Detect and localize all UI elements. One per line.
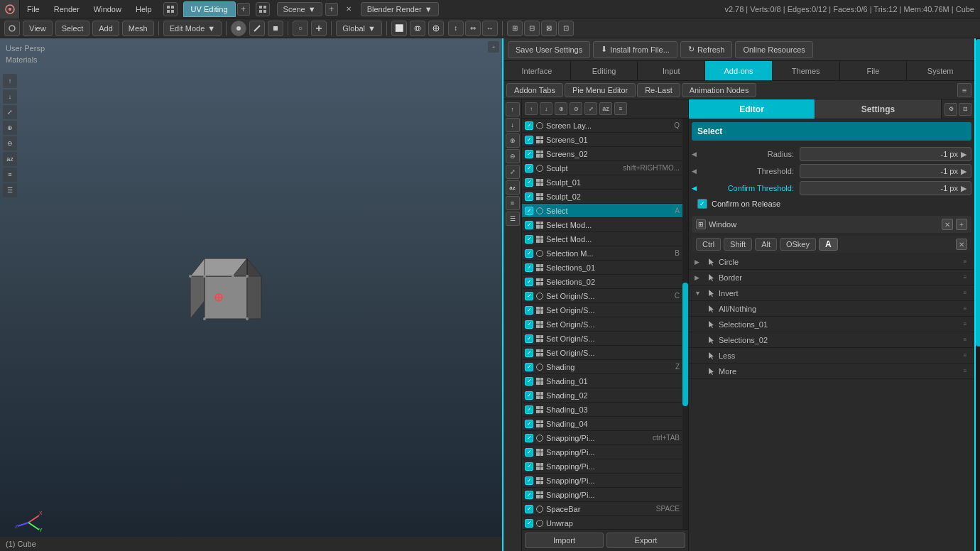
km-list-item-22[interactable]: Snapping/Pi...ctrl+TAB — [522, 431, 682, 445]
km-list-item-28[interactable]: Unwrap — [522, 516, 682, 529]
km-tb-btn-5[interactable]: ⤢ — [506, 165, 520, 179]
km-list-item-2[interactable]: Screens_02 — [522, 147, 682, 161]
km-threshold-value[interactable]: -1 px ▶ — [800, 164, 971, 178]
km-list-checkbox-5[interactable] — [525, 192, 533, 201]
view-icon1[interactable]: ↕ — [448, 21, 464, 36]
km-list-item-24[interactable]: Snapping/Pi... — [522, 459, 682, 474]
km-scrollbar[interactable] — [682, 119, 688, 529]
km-list-checkbox-19[interactable] — [525, 391, 533, 400]
tab-input[interactable]: Input — [638, 61, 705, 80]
view-icon2[interactable]: ⇔ — [465, 21, 481, 36]
view-icon3[interactable]: ↔ — [482, 21, 498, 36]
xray-btn[interactable]: ⬜ — [391, 21, 407, 36]
km-list-item-11[interactable]: Selections_02 — [522, 275, 682, 289]
view-icon5[interactable]: ⊟ — [524, 21, 540, 36]
online-resources-btn[interactable]: Online Resources — [735, 41, 812, 58]
km-list-checkbox-8[interactable] — [525, 235, 533, 244]
km-list-checkbox-13[interactable] — [525, 306, 533, 315]
km-sub-menu-0[interactable]: ≡ — [960, 257, 970, 267]
view-icon6[interactable]: ⊠ — [541, 21, 557, 36]
km-list-item-7[interactable]: Select Mod... — [522, 218, 682, 232]
tab-system[interactable]: System — [907, 61, 974, 80]
menu-file[interactable]: File — [20, 0, 47, 18]
km-list-item-16[interactable]: Set Origin/S... — [522, 346, 682, 360]
km-list-checkbox-21[interactable] — [525, 420, 533, 428]
km-list-icon-5[interactable]: ⤢ — [584, 102, 597, 115]
mesh-btn[interactable]: Mesh — [122, 21, 154, 36]
km-sub-item-3[interactable]: All/Nothing≡ — [689, 301, 974, 317]
km-settings-tab[interactable]: Settings — [815, 99, 942, 119]
vt-btn-2[interactable]: ↓ — [3, 89, 17, 104]
workspace-icon2[interactable] — [256, 2, 270, 16]
vt-btn-1[interactable]: ↑ — [3, 74, 17, 88]
km-window-add-btn[interactable]: + — [956, 219, 967, 230]
km-radius-arrow[interactable]: ◀ — [692, 151, 702, 158]
km-ctrl-btn[interactable]: Ctrl — [696, 238, 721, 251]
km-es-icon-1[interactable]: ⚙ — [944, 103, 957, 116]
km-window-icon[interactable]: ⊞ — [696, 219, 706, 229]
addon-tab-animation-nodes[interactable]: Animation Nodes — [682, 83, 757, 97]
km-list-item-0[interactable]: Screen Lay...Q — [522, 119, 682, 133]
km-sub-menu-5[interactable]: ≡ — [960, 335, 970, 345]
km-list-icon-3[interactable]: ⊕ — [555, 102, 567, 115]
km-list-checkbox-27[interactable] — [525, 505, 533, 513]
km-list-item-10[interactable]: Selections_01 — [522, 261, 682, 275]
vt-btn-7[interactable]: ≡ — [3, 168, 17, 182]
km-list-item-14[interactable]: Set Origin/S... — [522, 317, 682, 332]
km-tb-btn-3[interactable]: ⊕ — [506, 133, 520, 148]
km-confirm-release-checkbox[interactable] — [697, 199, 707, 209]
km-sub-menu-2[interactable]: ≡ — [960, 288, 970, 298]
km-list-item-3[interactable]: Sculptshift+RIGHTMO... — [522, 161, 682, 175]
km-list-checkbox-25[interactable] — [525, 476, 533, 485]
view-btn[interactable]: View — [23, 21, 53, 36]
km-list-checkbox-23[interactable] — [525, 448, 533, 457]
menu-help[interactable]: Help — [129, 0, 159, 18]
km-list-item-17[interactable]: ShadingZ — [522, 360, 682, 374]
km-sub-menu-3[interactable]: ≡ — [960, 304, 970, 314]
km-sub-menu-1[interactable]: ≡ — [960, 273, 970, 283]
km-list-item-1[interactable]: Screens_01 — [522, 133, 682, 147]
km-confirm-threshold-arrow[interactable]: ◀ — [692, 185, 702, 192]
km-tb-btn-4[interactable]: ⊖ — [506, 149, 520, 163]
menu-window[interactable]: Window — [87, 0, 129, 18]
km-list-checkbox-22[interactable] — [525, 434, 533, 442]
km-list-checkbox-14[interactable] — [525, 320, 533, 329]
km-list-item-8[interactable]: Select Mod... — [522, 232, 682, 246]
km-select-field[interactable]: Select — [692, 122, 971, 141]
km-list-checkbox-26[interactable] — [525, 491, 533, 499]
km-editor-tab[interactable]: Editor — [689, 99, 815, 119]
addon-tab-pie-menu[interactable]: Pie Menu Editor — [565, 83, 636, 97]
km-list-item-27[interactable]: SpaceBarSPACE — [522, 502, 682, 516]
show-gizmo-btn[interactable] — [428, 21, 444, 36]
km-sub-menu-7[interactable]: ≡ — [960, 366, 970, 376]
km-radius-value[interactable]: -1 px ▶ — [800, 147, 971, 161]
addon-tabs-menu-btn[interactable]: ≡ — [957, 83, 971, 97]
workspace-icon-btn[interactable] — [163, 2, 178, 16]
km-list-checkbox-15[interactable] — [525, 334, 533, 343]
km-sub-item-5[interactable]: Selections_02≡ — [689, 332, 974, 348]
import-btn[interactable]: Import — [525, 533, 604, 548]
km-list-checkbox-0[interactable] — [525, 121, 533, 130]
km-list-item-20[interactable]: Shading_03 — [522, 403, 682, 417]
snap-btn[interactable] — [311, 21, 327, 36]
km-sub-item-6[interactable]: Less≡ — [689, 348, 974, 364]
km-list-checkbox-24[interactable] — [525, 462, 533, 471]
km-list-checkbox-6[interactable] — [525, 207, 533, 215]
km-list-checkbox-2[interactable] — [525, 150, 533, 158]
km-list-checkbox-11[interactable] — [525, 278, 533, 286]
km-window-close-btn[interactable]: ✕ — [942, 219, 953, 230]
km-list-az[interactable]: az — [599, 102, 612, 115]
km-list-item-6[interactable]: SelectA — [522, 204, 682, 218]
tab-themes[interactable]: Themes — [773, 61, 840, 80]
km-threshold-arrow[interactable]: ◀ — [692, 168, 702, 175]
km-list-checkbox-12[interactable] — [525, 292, 533, 300]
km-list-checkbox-9[interactable] — [525, 249, 533, 258]
km-list-item-4[interactable]: Sculpt_01 — [522, 175, 682, 190]
km-es-icon-2[interactable]: ⊟ — [959, 103, 971, 116]
km-list-checkbox-18[interactable] — [525, 377, 533, 386]
km-list-item-13[interactable]: Set Origin/S... — [522, 303, 682, 317]
vertex-btn[interactable] — [231, 21, 246, 36]
km-confirm-threshold-value[interactable]: -1 px ▶ — [800, 181, 971, 195]
km-list-checkbox-17[interactable] — [525, 363, 533, 371]
vt-btn-6[interactable]: az — [3, 152, 17, 166]
